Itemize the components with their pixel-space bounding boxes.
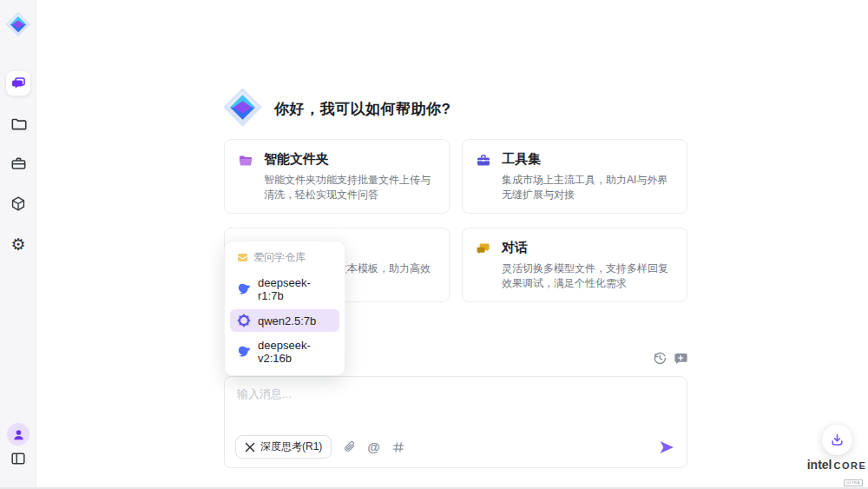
intel-core-badge: intel CORE ULTRA [806, 458, 868, 487]
card-dialog[interactable]: 对话 灵活切换多模型文件，支持多样回复效果调试，满足个性化需求 [462, 228, 687, 302]
sidebar-item-profile[interactable] [7, 423, 30, 446]
model-group-label: 爱问学仓库 [253, 250, 306, 265]
model-option-label: deepseek-v2:16b [258, 339, 332, 365]
card-toolset[interactable]: 工具集 集成市场上主流工具，助力AI与外界无缝扩展与对接 [462, 139, 687, 214]
cube-icon [10, 195, 26, 212]
toolset-icon [476, 153, 491, 169]
deep-think-icon [245, 442, 255, 453]
model-option-label: deepseek-r1:7b [258, 276, 332, 302]
user-avatar-icon [12, 428, 25, 441]
new-chat-button[interactable] [674, 351, 689, 367]
sidebar-item-collapse[interactable] [0, 451, 36, 466]
hash-icon [392, 441, 404, 453]
card-title: 工具集 [502, 151, 673, 168]
smart-folder-icon [238, 153, 253, 169]
attach-file-button[interactable] [344, 440, 355, 453]
app-window: ⚙ 你好，我可以如何帮助你? [0, 0, 868, 489]
deepseek-icon [237, 346, 251, 358]
model-dropdown-group: 爱问学仓库 [230, 248, 339, 269]
new-chat-icon [674, 351, 688, 366]
deep-think-button[interactable]: 深度思考(R1) [235, 435, 332, 459]
model-option-qwen[interactable]: qwen2.5:7b [230, 309, 339, 332]
composer: 深度思考(R1) @ [224, 376, 687, 468]
panel-toggle-icon [10, 452, 26, 466]
card-smart-folder[interactable]: 智能文件夹 智能文件夹功能支持批量文件上传与清洗，轻松实现文件问答 [224, 139, 450, 214]
topic-button[interactable] [392, 441, 404, 453]
mention-button[interactable]: @ [367, 439, 380, 454]
sidebar-item-chat[interactable] [6, 71, 30, 96]
deep-think-label: 深度思考(R1) [260, 439, 322, 454]
history-icon [653, 351, 667, 366]
send-icon [659, 440, 674, 454]
download-button[interactable] [822, 425, 852, 455]
message-input[interactable] [237, 387, 671, 428]
send-button[interactable] [659, 440, 674, 454]
greeting-title: 你好，我可以如何帮助你? [274, 99, 450, 119]
history-button[interactable] [653, 351, 668, 367]
deepseek-icon [237, 283, 251, 295]
paperclip-icon [344, 440, 355, 453]
qwen-icon [237, 314, 251, 327]
card-desc: 集成市场上主流工具，助力AI与外界无缝扩展与对接 [502, 173, 673, 202]
chat-icon [10, 76, 26, 91]
settings-gear-icon: ⚙ [10, 236, 25, 253]
brand-diamond-logo-large [222, 87, 263, 128]
sidebar-item-toolbox[interactable] [0, 155, 36, 171]
folder-icon [10, 116, 27, 131]
sidebar-item-folders[interactable] [0, 116, 36, 131]
core-wordmark: CORE [834, 460, 867, 471]
composer-toolbar: 深度思考(R1) @ [235, 435, 674, 459]
ultra-badge: ULTRA [844, 479, 862, 486]
brand-diamond-logo [5, 11, 31, 37]
dialog-icon [476, 241, 491, 257]
briefcase-icon [10, 155, 27, 171]
repo-icon [237, 253, 248, 262]
sidebar: ⚙ [0, 0, 36, 489]
model-option-deepseek-r1[interactable]: deepseek-r1:7b [230, 272, 339, 307]
download-icon [830, 433, 845, 447]
model-option-label: qwen2.5:7b [258, 314, 316, 327]
model-dropdown: 爱问学仓库 deepseek-r1:7b qwen2.5:7b deepseek… [224, 241, 345, 376]
model-option-deepseek-v2[interactable]: deepseek-v2:16b [230, 334, 339, 369]
sidebar-item-settings[interactable]: ⚙ [0, 235, 36, 254]
card-desc: 智能文件夹功能支持批量文件上传与清洗，轻松实现文件问答 [264, 173, 435, 202]
sidebar-item-models[interactable] [0, 195, 36, 211]
intel-wordmark: intel [807, 458, 832, 472]
card-desc: 灵活切换多模型文件，支持多样回复效果调试，满足个性化需求 [502, 261, 673, 291]
card-title: 对话 [502, 240, 673, 256]
card-title: 智能文件夹 [264, 151, 435, 168]
